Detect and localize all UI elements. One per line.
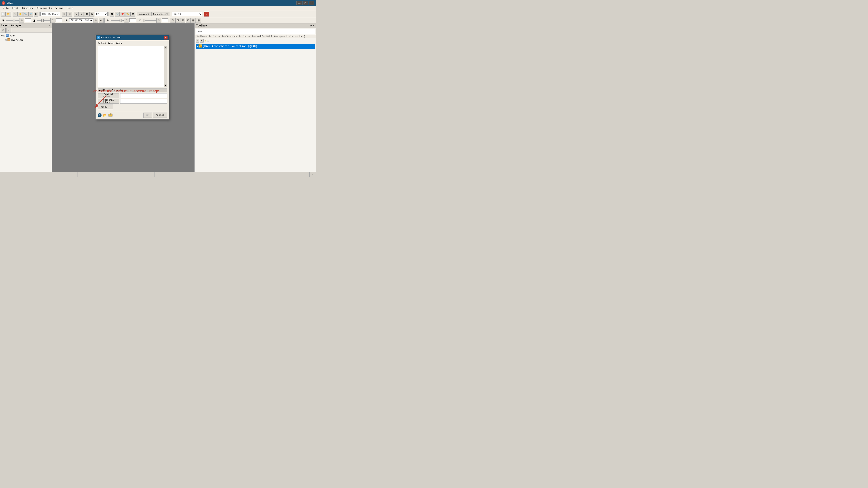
toolbox-back-button[interactable]: ◄ [196,39,199,42]
contrast-reset[interactable]: ⟳ [50,18,55,23]
display-settings-4[interactable]: ⊡ [186,18,190,23]
vectors-button[interactable]: Vectors ▼ [137,12,151,16]
actual-size[interactable]: ⊟ [67,12,72,17]
scrollbar-down-button[interactable]: ▼ [164,84,167,87]
contrast-thumb[interactable] [41,19,43,22]
sharpen-thumb[interactable] [120,19,122,22]
zoom-out-tool[interactable]: 🔎 [28,12,33,17]
stretch-reset[interactable]: ⟳ [94,18,98,23]
open-button[interactable]: 📂 [6,12,11,17]
zoom-box-tool[interactable]: ⊞ [34,12,38,17]
flip-h[interactable]: ⇄ [84,12,89,17]
transparency-input[interactable]: 0 [162,19,168,22]
sharpen-icon: ◎ [105,18,110,23]
status-close-button[interactable]: ✕ [309,172,316,177]
display-settings-2[interactable]: ⊞ [175,18,180,23]
geographic-link[interactable]: 🔗 [115,12,120,17]
scrollbar-up-button[interactable]: ▲ [164,46,167,49]
toolbox-star-empty[interactable]: ☆ [207,39,209,42]
tree-item-view[interactable]: ▼ □ View [1,34,51,38]
overview-map[interactable]: 🗺 [130,12,135,17]
menu-views[interactable]: Views [54,6,65,10]
new-button[interactable]: 📄 [1,12,6,17]
brightness-reset[interactable]: ⟳ [20,18,24,23]
tree-expand-view[interactable]: ▼ [1,35,3,37]
ok-button[interactable]: OK [144,112,152,118]
measure[interactable]: 📏 [125,12,130,17]
view-checkbox[interactable]: □ [3,35,5,37]
brightness-input[interactable]: 50 [25,19,31,22]
goto-select[interactable]: Go To [172,12,202,16]
display-settings-3[interactable]: ⊠ [181,18,185,23]
envi-portal-button[interactable]: E [204,12,209,17]
help-icon-button[interactable]: ? [98,113,101,117]
toolbox-forward-button[interactable]: ► [200,39,204,42]
zoom-in-tool[interactable]: 🔍 [23,12,28,17]
display-settings-5[interactable]: ▦ [191,18,196,23]
rotate-ccw[interactable]: ↺ [79,12,84,17]
display-settings-1[interactable]: ⊟ [170,18,175,23]
pan-tool[interactable]: ✋ [18,12,23,17]
sharpen-reset[interactable]: ⟳ [124,18,129,23]
spatial-subset-button[interactable]: Spatial Subset... [98,93,119,98]
brightness-thumb[interactable] [13,19,15,22]
transparency-thumb[interactable] [143,19,145,22]
sharpen-input[interactable]: 10 [129,19,136,22]
file-info-label: File Information [101,89,124,92]
cancel-button[interactable]: Cancel [153,112,167,118]
stretch-apply[interactable]: ↵ [99,18,103,23]
spectral-subset-input[interactable] [120,99,167,104]
spatial-bookmark[interactable]: 📌 [120,12,125,17]
contrast-slider[interactable] [37,20,50,21]
toolbox-search [195,28,316,35]
tree-label-view: View [9,34,15,37]
close-button[interactable]: ✕ [309,1,314,5]
menu-placemarks[interactable]: Placemarks [35,6,54,10]
angle-select[interactable]: 0° [95,12,107,16]
maximize-button[interactable]: □ [303,1,308,5]
spectral-subset-row: Spectral Subset... [98,99,167,104]
lm-checkbox-all[interactable]: ☑ [1,28,6,33]
toolbox-star-filled[interactable]: ★ [205,39,206,42]
contrast-input[interactable]: 20 [56,19,62,22]
menu-file[interactable]: File [1,6,11,10]
zoom-select[interactable]: 105.2% (1.1:: [40,12,60,16]
layer-manager-pin[interactable]: ▸ [49,24,50,27]
toolbox-quac-item[interactable]: ▶ QUick Atmospheric Correction (QUAC) [196,44,315,49]
flip-v[interactable]: ⇅ [89,12,94,17]
menu-display[interactable]: Display [21,6,35,10]
toolbox-search-input[interactable] [196,29,315,34]
app-title: ENVI [6,2,13,5]
status-segment-3 [155,172,232,177]
menu-edit[interactable]: Edit [11,6,21,10]
transparency-slider[interactable] [143,20,156,21]
spectral-subset-button[interactable]: Spectral Subset... [98,99,119,104]
brightness-slider[interactable] [6,20,19,21]
fit-to-window[interactable]: ⊡ [62,12,67,17]
transparency-reset[interactable]: ⟳ [156,18,161,23]
mask-button[interactable]: Mask... [98,104,113,109]
minimize-button[interactable]: — [297,1,302,5]
tree-item-overview[interactable]: □ Overview [1,38,51,42]
contrast-icon: ◑ [32,18,36,23]
sharpen-slider[interactable] [111,20,124,21]
display-settings-6[interactable]: ▧ [196,18,201,23]
north-up[interactable]: N [110,12,114,17]
file-list[interactable] [98,46,164,87]
menu-help[interactable]: Help [65,6,75,10]
toolbox-gear-icon[interactable]: ⚙ [310,24,312,27]
stretch-select[interactable]: Optimized Linear [69,19,93,22]
spatial-subset-input[interactable] [120,93,167,98]
file-info-header[interactable]: ▶ File Information [98,89,167,92]
annotations-button[interactable]: Annotations ▼ [152,12,170,16]
lm-dropdown[interactable]: ▼ [6,28,11,33]
overview-checkbox[interactable]: □ [5,39,6,41]
rotate-cw[interactable]: ↻ [74,12,79,17]
annotations-arrow: ▼ [166,13,168,15]
cursor-tool[interactable]: ↖ [13,12,18,17]
open-file-button[interactable]: 📂 [102,113,107,118]
options-button[interactable] [108,113,113,118]
toolbox-close-button[interactable]: ✕ [312,24,315,27]
file-dialog-close-button[interactable]: ✕ [164,36,167,39]
file-dialog-titlebar: F File Selection ✕ [96,35,169,40]
